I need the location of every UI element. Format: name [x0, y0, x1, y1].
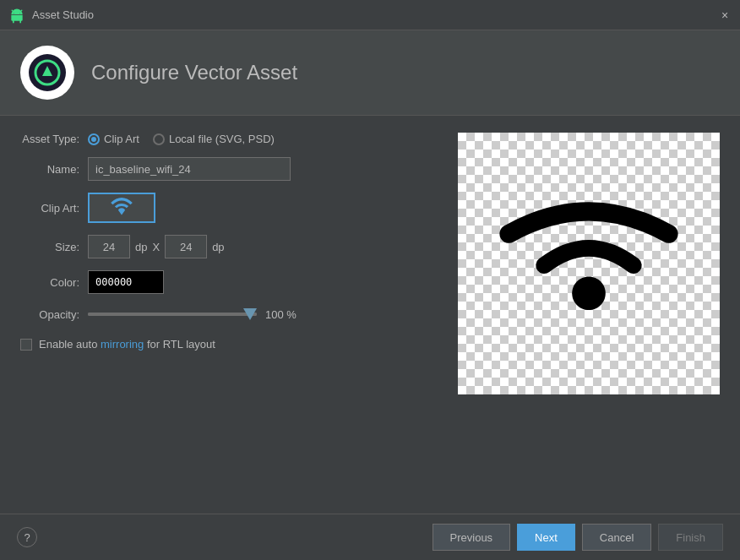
opacity-value: 100 % — [265, 308, 297, 321]
color-value: 000000 — [95, 276, 132, 288]
size-label: Size: — [20, 241, 79, 253]
rtl-checkbox[interactable] — [20, 339, 32, 351]
size-width-input[interactable] — [88, 235, 130, 258]
opacity-group: 100 % — [88, 306, 297, 323]
opacity-row: Opacity: 100 % — [20, 306, 441, 323]
bottom-right: Previous Next Cancel Finish — [433, 524, 723, 551]
rtl-checkbox-row: Enable auto mirroring for RTL layout — [20, 338, 441, 351]
dialog-content: Asset Type: Clip Art Local file (SVG, PS… — [0, 116, 740, 514]
opacity-slider-track — [88, 313, 257, 316]
mirroring-highlight: mirroring — [101, 338, 144, 351]
name-row: Name: — [20, 157, 441, 181]
asset-type-label: Asset Type: — [20, 133, 79, 145]
cancel-button[interactable]: Cancel — [582, 524, 651, 551]
wifi-icon — [110, 197, 133, 220]
title-bar: Asset Studio × — [0, 0, 740, 30]
color-picker[interactable]: 000000 — [88, 270, 164, 294]
dialog: Configure Vector Asset Asset Type: Clip … — [0, 30, 740, 560]
preview-section — [458, 133, 720, 497]
clip-art-label: Clip Art — [104, 133, 139, 145]
clip-art-option[interactable]: Clip Art — [88, 133, 139, 145]
size-height-unit: dp — [212, 241, 224, 253]
bottom-left: ? — [17, 527, 433, 547]
color-row: Color: 000000 — [20, 270, 441, 294]
opacity-slider-fill — [88, 313, 257, 316]
asset-type-radio-group: Clip Art Local file (SVG, PSD) — [88, 133, 275, 145]
size-width-unit: dp — [135, 241, 147, 253]
size-height-input[interactable] — [165, 235, 207, 258]
form-section: Asset Type: Clip Art Local file (SVG, PS… — [20, 133, 441, 497]
opacity-slider-container — [88, 306, 257, 323]
clip-art-row: Clip Art: — [20, 193, 441, 223]
clip-art-radio[interactable] — [88, 133, 100, 145]
size-group: dp X dp — [88, 235, 225, 258]
clip-art-field-label: Clip Art: — [20, 202, 79, 215]
name-label: Name: — [20, 163, 79, 176]
app-icon — [8, 7, 25, 24]
bottom-bar: ? Previous Next Cancel Finish — [0, 514, 740, 560]
close-button[interactable]: × — [718, 8, 732, 22]
rtl-checkbox-label: Enable auto mirroring for RTL layout — [39, 338, 215, 351]
wifi-preview-icon — [496, 171, 682, 356]
local-file-radio[interactable] — [153, 133, 165, 145]
svg-point-2 — [46, 73, 49, 76]
dialog-title: Configure Vector Asset — [91, 61, 297, 84]
clip-art-button[interactable] — [88, 193, 155, 223]
local-file-label: Local file (SVG, PSD) — [169, 133, 275, 145]
opacity-label: Opacity: — [20, 308, 79, 321]
preview-canvas — [458, 133, 720, 394]
dialog-header: Configure Vector Asset — [0, 30, 740, 116]
local-file-option[interactable]: Local file (SVG, PSD) — [153, 133, 275, 145]
next-button[interactable]: Next — [517, 524, 575, 551]
previous-button[interactable]: Previous — [433, 524, 511, 551]
asset-type-row: Asset Type: Clip Art Local file (SVG, PS… — [20, 133, 441, 145]
opacity-slider-thumb[interactable] — [243, 308, 257, 320]
android-studio-logo — [20, 46, 74, 100]
size-separator: X — [152, 241, 160, 253]
color-label: Color: — [20, 276, 79, 289]
size-row: Size: dp X dp — [20, 235, 441, 258]
title-bar-text: Asset Studio — [32, 8, 718, 21]
name-input[interactable] — [88, 157, 291, 181]
finish-button[interactable]: Finish — [658, 524, 723, 551]
help-button[interactable]: ? — [17, 527, 37, 547]
